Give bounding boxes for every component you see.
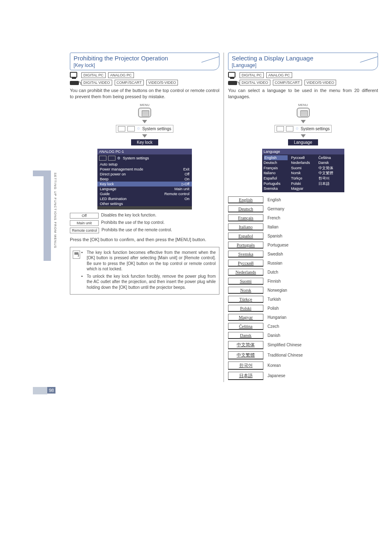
language-desc: Russian (267, 261, 282, 265)
src-analog-pc: ANALOG PC (266, 72, 292, 78)
language-button: Magyar (228, 314, 263, 321)
option-desc: Prohibits the use of the top control. (101, 220, 219, 225)
language-row: РусскийRussian (228, 260, 378, 267)
osd-tab-icon (108, 156, 115, 161)
language-row: 한국어Korean (228, 362, 378, 370)
side-tab (44, 170, 51, 261)
osd-row-key: Guide (100, 192, 110, 196)
language-row: FrançaisFrench (228, 214, 378, 221)
intro-text: You can prohibit the use of the buttons … (70, 88, 219, 100)
note-list: The key lock function becomes effective … (83, 250, 216, 290)
lang-osd-item: Dansk (318, 160, 343, 166)
language-desc: Japanese (267, 373, 285, 378)
language-row: SuomiFinnish (228, 278, 378, 285)
language-row: EnglishEnglish (228, 196, 378, 203)
src-digital-pc: DIGITAL PC (240, 72, 264, 78)
language-osd-columns: EnglishDeutschFrançaisItalianoEspañolPor… (262, 154, 344, 192)
language-desc: Traditional Chinese (267, 353, 303, 357)
osd-title-text: ANALOG PC-1 (99, 150, 124, 154)
osd-row: Power management modeExit (97, 167, 192, 172)
osd-row: Other settings (97, 201, 192, 206)
language-row: 中文简体Simplified Chinese (228, 341, 378, 349)
menu-button-icon (297, 108, 310, 117)
osd-row: BeepOn (97, 177, 192, 182)
language-desc: Portuguese (267, 243, 288, 247)
language-button: Suomi (228, 278, 263, 285)
src-digital-pc: DIGITAL PC (81, 72, 106, 78)
note-item: To unlock the key lock function forcibly… (87, 274, 216, 290)
language-button: 한국어 (228, 362, 263, 370)
monitor-icon (70, 72, 79, 78)
language-row: MagyarHungarian (228, 314, 378, 321)
language-desc: Hungarian (267, 315, 286, 320)
language-row: ItalianoItalian (228, 223, 378, 230)
osd-row: GuideRemote control (97, 191, 192, 196)
lang-osd-item: Nederlands (291, 160, 315, 166)
language-desc: Swedish (267, 252, 283, 256)
language-button: Türkçe (228, 296, 263, 303)
osd-row-value: Off (184, 172, 189, 176)
language-desc: Finnish (267, 279, 281, 283)
page-number-bar (33, 387, 47, 394)
osd-row-key: Beep (100, 177, 108, 181)
osd-row-value: On (184, 197, 189, 201)
lang-osd-item: 한국어 (318, 176, 343, 181)
option-desc: Disables the key lock function. (101, 213, 219, 217)
language-row: NederlandsDutch (228, 269, 378, 276)
nav-crumb-system-settings: ⚙ System settings (116, 125, 173, 133)
osd-row-value: Exit (183, 167, 189, 171)
gear-icon: ⚙ (295, 127, 299, 131)
osd-tabs: ⚙ System settings (97, 154, 192, 162)
crumb-label: System settings (301, 127, 330, 131)
nav-crumb-system-settings: ⚙ System settings (274, 125, 332, 133)
language-button: 中文繁體 (228, 351, 263, 359)
language-row: SvenskaSwedish (228, 251, 378, 258)
osd-row: Direct power onOff (97, 172, 192, 177)
src-analog-pc: ANALOG PC (108, 72, 134, 78)
nav-target-keylock: Key lock (131, 139, 158, 145)
osd-row: LED illuminationOn (97, 196, 192, 201)
osd-title: ANALOG PC-1 (97, 149, 192, 154)
osd-row-key: Language (100, 187, 116, 191)
language-button: Čeština (228, 323, 263, 330)
option-key: Off (70, 213, 99, 219)
osd-footer (97, 206, 192, 210)
menu-flow: MENU ⚙ System settings Language (228, 103, 378, 145)
osd-row-key: Other settings (100, 202, 123, 206)
lang-osd-item: Español (264, 176, 288, 181)
nav-tab-icon (118, 126, 125, 131)
language-button: Français (228, 214, 263, 221)
confirm-text: Press the [OK] button to confirm, and th… (70, 237, 219, 243)
osd-row: LanguageMain unit (97, 187, 192, 191)
language-desc: Turkish (267, 297, 281, 302)
source-row-pc: DIGITAL PC ANALOG PC (228, 72, 378, 78)
lang-osd-column: EnglishDeutschFrançaisItalianoEspañolPor… (262, 155, 290, 191)
osd-row-value: Remote control (164, 192, 189, 196)
language-osd: Language EnglishDeutschFrançaisItalianoE… (262, 149, 344, 192)
src-video-svideo: VIDEO/S-VIDEO (304, 80, 337, 85)
language-button: 日本語 (228, 372, 263, 380)
language-row: 中文繁體Traditional Chinese (228, 351, 378, 359)
left-column: Prohibiting the Projector Operation [Key… (66, 53, 224, 382)
language-button: Nederlands (228, 269, 263, 276)
language-desc: Dutch (267, 270, 278, 274)
lang-osd-item: Čeština (318, 155, 343, 161)
language-button: English (228, 196, 263, 203)
page-content: Prohibiting the Projector Operation [Key… (66, 53, 382, 382)
lang-osd-column: РусскийNederlandsSuomiNorskTürkçePolskiM… (289, 155, 317, 191)
language-row: PortuguêsPortuguese (228, 242, 378, 249)
lang-osd-item: Norsk (291, 170, 315, 176)
option-key: Main unit (70, 220, 99, 226)
lang-osd-item: English (264, 155, 288, 161)
menu-button-label: MENU (228, 103, 378, 107)
source-row-pc: DIGITAL PC ANALOG PC (70, 72, 219, 78)
lang-osd-item: 中文繁體 (318, 170, 343, 176)
src-digital-video: DIGITAL VIDEO (240, 80, 270, 85)
language-desc: French (267, 216, 280, 220)
menu-flow: MENU ⚙ System settings Key lock (70, 103, 219, 145)
arrow-down-icon (301, 134, 306, 138)
language-desc: Czech (267, 324, 279, 329)
source-row-video: DIGITAL VIDEO COMP./SCART VIDEO/S-VIDEO (228, 79, 378, 86)
arrow-down-icon (142, 134, 147, 138)
osd-tab-icon (99, 156, 106, 161)
